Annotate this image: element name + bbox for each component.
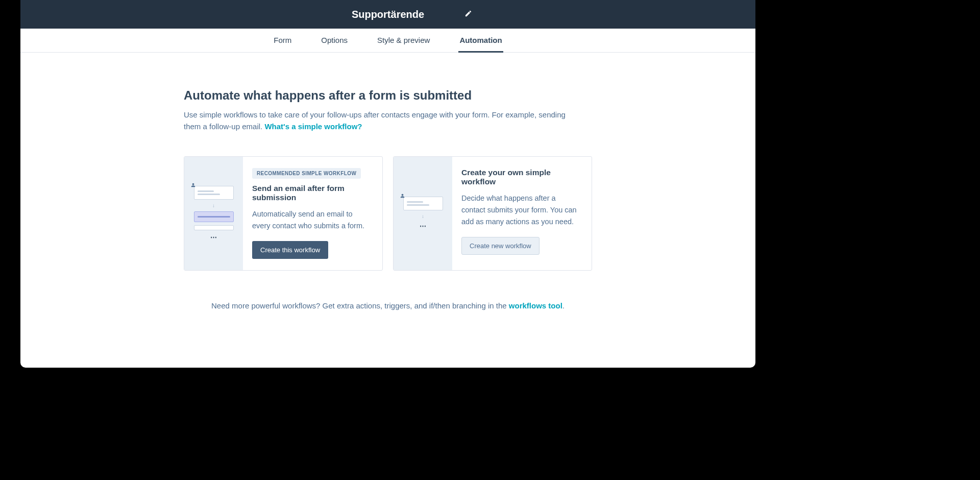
form-title: Supportärende <box>352 9 424 20</box>
user-icon <box>191 183 195 188</box>
card-create-own: ↓ ⋯ Create your own simple workflow Deci… <box>393 156 592 271</box>
content-area: Automate what happens after a form is su… <box>20 53 755 330</box>
arrow-down-icon: ↓ <box>212 203 215 208</box>
subtitle-text: Use simple workflows to take care of you… <box>184 110 566 131</box>
workflows-tool-link[interactable]: workflows tool <box>509 301 562 310</box>
user-icon <box>400 194 405 199</box>
card-illustration: ↓ ⋯ <box>184 157 243 270</box>
footer-pre: Need more powerful workflows? Get extra … <box>211 301 509 310</box>
page-subtitle: Use simple workflows to take care of you… <box>184 109 577 133</box>
simple-workflow-help-link[interactable]: What's a simple workflow? <box>264 122 362 131</box>
card-title: Create your own simple workflow <box>461 168 581 186</box>
arrow-down-icon: ↓ <box>422 213 424 219</box>
recommended-badge: RECOMMENDED SIMPLE WORKFLOW <box>252 168 361 179</box>
tab-style-preview[interactable]: Style & preview <box>376 29 431 53</box>
card-description: Decide what happens after a contact subm… <box>461 193 581 228</box>
card-send-email: ↓ ⋯ RECOMMENDED SIMPLE WORKFLOW Send an … <box>184 156 383 271</box>
footer-text: Need more powerful workflows? Get extra … <box>184 301 592 310</box>
form-editor-window: Supportärende Form Options Style & previ… <box>20 0 755 368</box>
tab-automation[interactable]: Automation <box>458 29 503 53</box>
tab-options[interactable]: Options <box>320 29 349 53</box>
workflow-cards-row: ↓ ⋯ RECOMMENDED SIMPLE WORKFLOW Send an … <box>184 156 592 271</box>
tabs-bar: Form Options Style & preview Automation <box>20 29 755 53</box>
dots-icon: ⋯ <box>210 233 217 241</box>
card-title: Send an email after form submission <box>252 184 372 202</box>
edit-title-icon[interactable] <box>464 10 472 19</box>
card-body: Create your own simple workflow Decide w… <box>452 157 592 270</box>
footer-post: . <box>562 301 565 310</box>
page-title: Automate what happens after a form is su… <box>184 88 592 103</box>
dots-icon: ⋯ <box>420 222 427 230</box>
card-body: RECOMMENDED SIMPLE WORKFLOW Send an emai… <box>243 157 382 270</box>
card-illustration: ↓ ⋯ <box>394 157 452 270</box>
header-bar: Supportärende <box>20 0 755 29</box>
create-this-workflow-button[interactable]: Create this workflow <box>252 241 328 259</box>
create-new-workflow-button[interactable]: Create new workflow <box>461 237 540 255</box>
card-description: Automatically send an email to every con… <box>252 208 372 232</box>
tab-form[interactable]: Form <box>273 29 292 53</box>
